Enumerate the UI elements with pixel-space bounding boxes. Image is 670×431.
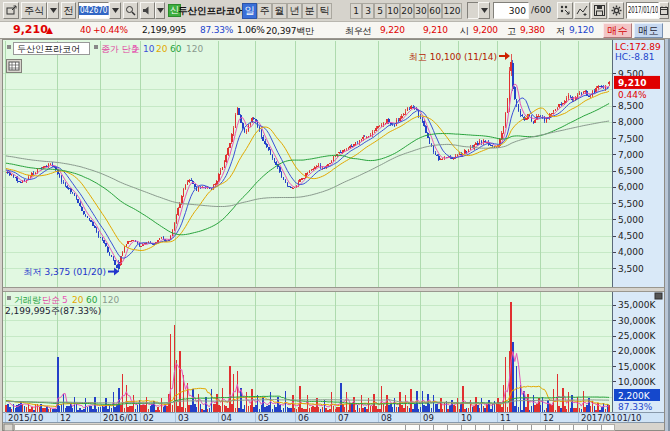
search-button[interactable] bbox=[123, 2, 138, 19]
period-button-4[interactable]: 분 bbox=[302, 3, 317, 19]
asset-type-select[interactable]: 주식 bbox=[21, 2, 47, 19]
stock-code-input[interactable]: 042670 bbox=[78, 2, 109, 19]
dots-tool-icon bbox=[560, 5, 571, 16]
grid-tool-button[interactable] bbox=[7, 60, 22, 73]
price-tick: 4,000 bbox=[618, 247, 644, 257]
price-tick: 7,500 bbox=[618, 134, 644, 144]
date-input[interactable]: 2017/01/10 bbox=[626, 2, 659, 19]
calendar-button[interactable] bbox=[659, 2, 669, 19]
code-dropdown-arrow[interactable] bbox=[109, 2, 121, 19]
interval-button-1[interactable]: 1 bbox=[350, 3, 362, 19]
high-annotation: 최고 10,100 (11/14) bbox=[409, 52, 497, 62]
asset-type-dropdown-arrow[interactable] bbox=[47, 2, 59, 19]
x-axis-label: 2017/01 bbox=[581, 413, 616, 423]
bars-count-input[interactable]: 300 bbox=[493, 2, 529, 19]
legend-ma-20: 20 bbox=[156, 44, 168, 54]
x-axis-label: 2015/10 bbox=[8, 413, 43, 423]
asset-type-label: 주식 bbox=[24, 4, 44, 18]
bars-count-value: 300 bbox=[509, 6, 526, 16]
interval-button-20[interactable]: 20 bbox=[400, 3, 414, 19]
x-axis-label: 07 bbox=[338, 413, 349, 423]
price-tick: 8,000 bbox=[618, 117, 644, 127]
speaker-icon bbox=[142, 5, 153, 16]
volume: 2,199,995 bbox=[142, 25, 186, 35]
legend-ma-60: 60 bbox=[170, 44, 182, 54]
stock-code-value: 042670 bbox=[79, 6, 108, 15]
period-button-5[interactable]: 틱 bbox=[317, 3, 332, 19]
price-tick: 4,500 bbox=[618, 231, 644, 241]
volume-legend-ma-60: 60 bbox=[86, 295, 98, 305]
interval-button-5[interactable]: 5 bbox=[374, 3, 386, 19]
x-axis-label: 08 bbox=[381, 413, 392, 423]
x-axis-label: 06 bbox=[298, 413, 309, 423]
window-icon-button[interactable] bbox=[3, 2, 19, 19]
period-button-1[interactable]: 주 bbox=[257, 3, 272, 19]
best-quote-label: 최우선 bbox=[345, 25, 371, 38]
price-change-pct: +0.44% bbox=[93, 25, 128, 35]
chevron-down-icon bbox=[157, 8, 164, 13]
volume-legend-type: 단순 bbox=[42, 295, 60, 305]
sell-button-label: 매도 bbox=[639, 24, 659, 38]
best-bid: 9,210 bbox=[423, 25, 448, 35]
low-label: 저 bbox=[556, 25, 565, 38]
stock-chart-window: { "toolbar": { "asset_type": "주식", "all_… bbox=[0, 0, 670, 431]
lc-value: LC:172.89 bbox=[615, 42, 661, 52]
volume-ratio: 87.33% bbox=[200, 25, 233, 35]
current-price: 9,210 bbox=[13, 23, 48, 36]
all-market-button[interactable]: 전 bbox=[61, 2, 76, 19]
low-annotation: 최저 3,375 (01/20) bbox=[24, 267, 106, 277]
sound-dropdown-arrow[interactable] bbox=[155, 2, 165, 19]
interval-button-10[interactable]: 10 bbox=[386, 3, 400, 19]
interval-button-120[interactable]: 120 bbox=[442, 3, 462, 19]
current-volume-box: 2,200K bbox=[618, 391, 651, 401]
price-tick: 5,000 bbox=[618, 215, 644, 225]
open-price: 9,200 bbox=[473, 25, 498, 35]
volume-value-text: 2,199,995주(87.33%) bbox=[5, 306, 101, 316]
interval-button-60[interactable]: 60 bbox=[428, 3, 442, 19]
indicator-tool-button[interactable] bbox=[557, 2, 573, 19]
chart[interactable]: LC:172.89HC:-8.819,5008,5008,0007,5007,0… bbox=[0, 39, 670, 431]
price-tick: 6,000 bbox=[618, 182, 644, 192]
sell-button[interactable]: 매도 bbox=[634, 23, 663, 38]
period-button-3[interactable]: 년 bbox=[287, 3, 302, 19]
all-market-label: 전 bbox=[64, 4, 74, 18]
volume-legend-ma-20: 20 bbox=[72, 295, 84, 305]
save-icon bbox=[594, 5, 605, 16]
x-axis-label: 11 bbox=[500, 413, 511, 423]
interval-button-30[interactable]: 30 bbox=[414, 3, 428, 19]
turnover-pct: 1.06% bbox=[237, 25, 265, 35]
buy-button[interactable]: 매수 bbox=[603, 23, 632, 38]
legend-ma-120: 120 bbox=[186, 44, 203, 54]
price-tick: 6,500 bbox=[618, 166, 644, 176]
bars-total-label: /600 bbox=[531, 5, 551, 15]
open-label: 시 bbox=[460, 25, 469, 38]
quote-bar: 9,210 ▲ 40 +0.44% 2,199,995 87.33% 1.06%… bbox=[0, 22, 670, 39]
period-button-2[interactable]: 월 bbox=[272, 3, 287, 19]
calendar-icon bbox=[660, 6, 668, 15]
chevron-down-icon bbox=[50, 8, 57, 13]
current-price-box: 9,210 bbox=[618, 78, 646, 88]
stock-name: 두산인프라코어 bbox=[178, 5, 245, 18]
low-price: 9,120 bbox=[569, 25, 594, 35]
x-axis-label: 05 bbox=[258, 413, 269, 423]
price-change: 40 bbox=[80, 25, 91, 35]
x-axis-label: 2016/01 bbox=[103, 413, 138, 423]
sound-button[interactable] bbox=[140, 2, 155, 19]
interval-button-3[interactable]: 3 bbox=[362, 3, 374, 19]
style-dropdown-arrow[interactable] bbox=[478, 2, 490, 19]
high-price: 9,380 bbox=[520, 25, 545, 35]
date-value: 2017/01/10 bbox=[628, 6, 658, 15]
period-button-0[interactable]: 일 bbox=[242, 3, 257, 19]
trendline-tool-button[interactable] bbox=[574, 2, 590, 19]
settings-button[interactable] bbox=[608, 2, 624, 19]
volume-tick: 30,000K bbox=[618, 316, 656, 326]
x-axis-last-label: 01/10 bbox=[617, 413, 642, 423]
pane-collapse-icon bbox=[655, 293, 662, 299]
scrollbar-left-button[interactable] bbox=[4, 424, 13, 431]
save-button[interactable] bbox=[591, 2, 607, 19]
x-axis-label: 03 bbox=[178, 413, 189, 423]
hc-value: HC:-8.81 bbox=[615, 52, 654, 62]
volume-legend-name: 거래량 bbox=[14, 295, 41, 305]
scrollbar-track[interactable] bbox=[15, 425, 615, 431]
chevron-down-icon bbox=[481, 8, 488, 13]
